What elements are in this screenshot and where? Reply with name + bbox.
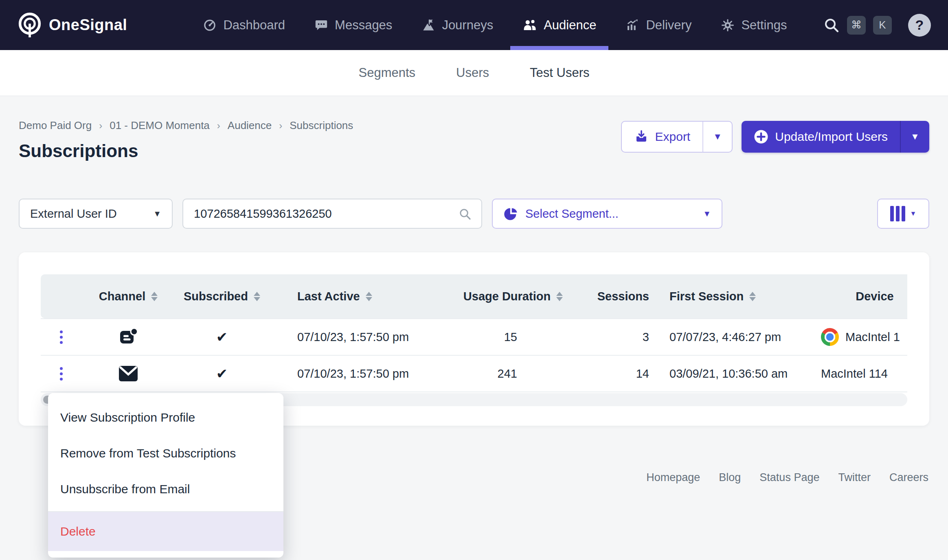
update-import-dropdown-caret[interactable]: ▼ xyxy=(901,121,929,153)
footer-link-twitter[interactable]: Twitter xyxy=(838,471,871,484)
footer-link-blog[interactable]: Blog xyxy=(719,471,741,484)
nav-item-dashboard[interactable]: Dashboard xyxy=(188,0,300,50)
subscriptions-table: Channel Subscribed Last Active Usage Dur… xyxy=(41,274,907,392)
top-navigation-bar: OneSignal Dashboard Messa xyxy=(0,0,948,50)
k-keycap: K xyxy=(873,16,892,35)
header-label: Usage Duration xyxy=(463,290,551,303)
help-button[interactable]: ? xyxy=(908,14,931,37)
caret-down-icon: ▼ xyxy=(911,131,919,142)
subscription-search xyxy=(182,199,482,229)
search-field-select[interactable]: External User ID ▼ xyxy=(19,199,173,229)
usage-duration-cell: 241 xyxy=(448,367,578,381)
segment-select[interactable]: Select Segment... ▼ xyxy=(492,199,722,229)
gauge-icon xyxy=(203,18,217,32)
sort-icon xyxy=(151,292,158,301)
update-import-label: Update/Import Users xyxy=(775,130,888,144)
tab-users[interactable]: Users xyxy=(456,66,489,80)
last-active-cell: 07/10/23, 1:57:50 pm xyxy=(269,330,448,344)
nav-label: Audience xyxy=(544,18,596,33)
download-icon xyxy=(634,129,649,144)
last-active-cell: 07/10/23, 1:57:50 pm xyxy=(269,367,448,381)
header-label: Channel xyxy=(99,290,145,303)
brand-name: OneSignal xyxy=(49,16,127,34)
header-sessions[interactable]: Sessions xyxy=(578,290,656,303)
export-dropdown-caret[interactable]: ▼ xyxy=(703,122,732,152)
filter-row: External User ID ▼ Select Segment... ▼ xyxy=(19,199,929,229)
tab-test-users[interactable]: Test Users xyxy=(530,66,589,80)
subscribed-check-icon: ✔ xyxy=(216,365,228,382)
footer-link-homepage[interactable]: Homepage xyxy=(646,471,700,484)
nav-right-group: ⌘ K ? xyxy=(823,0,931,50)
breadcrumb-org[interactable]: Demo Paid Org xyxy=(19,119,92,132)
menu-item-delete[interactable]: Delete xyxy=(48,512,283,551)
update-import-split-button: Update/Import Users ▼ xyxy=(742,121,929,153)
onesignal-logo-icon xyxy=(17,13,42,38)
search-input[interactable] xyxy=(183,199,481,228)
nav-item-delivery[interactable]: Delivery xyxy=(611,0,706,50)
table-bottom-border xyxy=(41,392,907,392)
device-label: MacIntel 114 xyxy=(821,367,888,381)
header-label: Last Active xyxy=(297,290,360,303)
pie-chart-icon xyxy=(503,206,518,221)
menu-item-remove-from-test-subscriptions[interactable]: Remove from Test Subscriptions xyxy=(48,435,283,471)
header-label: First Session xyxy=(669,290,744,303)
chevron-right-icon: › xyxy=(99,120,102,131)
segment-select-value: Select Segment... xyxy=(525,207,696,221)
update-import-users-button[interactable]: Update/Import Users xyxy=(742,121,901,153)
table-header-row: Channel Subscribed Last Active Usage Dur… xyxy=(41,274,907,318)
chevron-right-icon: › xyxy=(217,120,220,131)
tab-segments[interactable]: Segments xyxy=(359,66,416,80)
export-button[interactable]: Export xyxy=(622,122,704,152)
device-cell: MacIntel 114 xyxy=(819,367,907,381)
page-header: Demo Paid Org › 01 - DEMO Momenta › Audi… xyxy=(19,119,929,161)
row-actions-button[interactable] xyxy=(56,363,67,385)
table-row: ✔ 07/10/23, 1:57:50 pm 241 14 03/09/21, … xyxy=(41,355,907,392)
header-subscribed[interactable]: Subscribed xyxy=(175,290,269,303)
caret-down-icon: ▼ xyxy=(910,210,917,217)
header-last-active[interactable]: Last Active xyxy=(269,290,448,303)
nav-item-journeys[interactable]: Journeys xyxy=(407,0,508,50)
push-notification-icon xyxy=(118,327,138,347)
header-usage-duration[interactable]: Usage Duration xyxy=(448,290,578,303)
caret-down-icon: ▼ xyxy=(153,209,161,219)
table-clip: Channel Subscribed Last Active Usage Dur… xyxy=(41,274,907,392)
page-title: Subscriptions xyxy=(19,141,353,161)
row-actions-button[interactable] xyxy=(56,326,67,348)
nav-item-settings[interactable]: Settings xyxy=(706,0,801,50)
device-cell: MacIntel 1 xyxy=(819,328,907,346)
sessions-cell: 3 xyxy=(578,330,656,344)
menu-item-unsubscribe-from-email[interactable]: Unsubscribe from Email xyxy=(48,471,283,507)
columns-icon xyxy=(890,206,905,221)
gear-icon xyxy=(721,18,735,32)
subscribed-check-icon: ✔ xyxy=(216,329,228,345)
onesignal-logo[interactable]: OneSignal xyxy=(17,0,127,50)
footer-link-careers[interactable]: Careers xyxy=(889,471,928,484)
global-search-button[interactable]: ⌘ K xyxy=(823,16,892,35)
first-session-cell: 03/09/21, 10:36:50 am xyxy=(656,367,819,381)
device-label: MacIntel 1 xyxy=(845,330,900,344)
column-settings-button[interactable]: ▼ xyxy=(877,199,929,229)
header-device[interactable]: Device xyxy=(819,290,907,303)
primary-nav: Dashboard Messages Journeys xyxy=(188,0,801,50)
caret-down-icon: ▼ xyxy=(703,209,711,219)
row-context-menu: View Subscription Profile Remove from Te… xyxy=(48,393,283,558)
nav-item-messages[interactable]: Messages xyxy=(300,0,407,50)
chrome-icon xyxy=(821,328,839,346)
breadcrumb-subscriptions[interactable]: Subscriptions xyxy=(290,119,353,132)
chevron-right-icon: › xyxy=(279,120,282,131)
cmd-keycap: ⌘ xyxy=(847,16,866,35)
mountain-flag-icon xyxy=(421,18,435,32)
header-channel[interactable]: Channel xyxy=(81,290,175,303)
sessions-cell: 14 xyxy=(578,367,656,381)
menu-item-view-subscription-profile[interactable]: View Subscription Profile xyxy=(48,400,283,435)
table-row: ✔ 07/10/23, 1:57:50 pm 15 3 07/07/23, 4:… xyxy=(41,318,907,355)
nav-label: Dashboard xyxy=(223,18,285,33)
header-first-session[interactable]: First Session xyxy=(656,290,819,303)
magnifier-icon xyxy=(459,208,472,221)
footer-link-status-page[interactable]: Status Page xyxy=(759,471,819,484)
breadcrumb-app[interactable]: 01 - DEMO Momenta xyxy=(110,119,210,132)
breadcrumb-audience[interactable]: Audience xyxy=(228,119,272,132)
usage-duration-cell: 15 xyxy=(448,330,578,344)
nav-item-audience[interactable]: Audience xyxy=(508,0,611,50)
header-label: Device xyxy=(856,290,894,303)
